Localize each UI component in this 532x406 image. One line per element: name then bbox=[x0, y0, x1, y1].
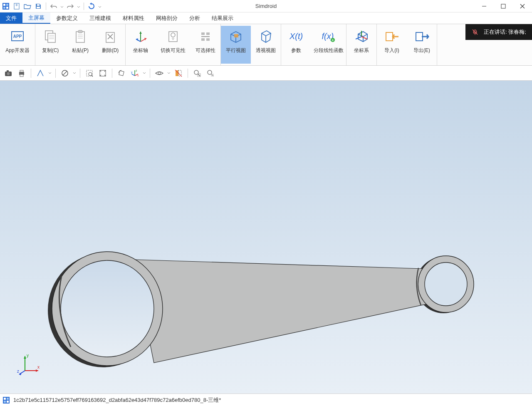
svg-rect-56 bbox=[7, 70, 9, 72]
svg-text:x: x bbox=[137, 74, 139, 77]
section-view-icon[interactable] bbox=[173, 67, 184, 79]
orient-axes-icon[interactable]: zxy bbox=[129, 67, 141, 79]
svg-line-50 bbox=[361, 37, 367, 39]
separator bbox=[80, 69, 80, 78]
piecewise-linear-func-button[interactable]: f(x)+ 分段线性函数 bbox=[311, 26, 346, 64]
camera-icon[interactable] bbox=[2, 67, 14, 79]
function-icon: f(x)+ bbox=[320, 28, 337, 45]
paste-icon bbox=[72, 28, 89, 45]
app-logo-icon[interactable] bbox=[2, 2, 10, 10]
separator bbox=[150, 69, 150, 78]
orientation-axes-widget[interactable]: y x z bbox=[17, 352, 42, 377]
import-button[interactable]: 导入(I) bbox=[377, 26, 407, 64]
separator bbox=[112, 69, 112, 78]
paste-label: 粘贴(P) bbox=[72, 47, 89, 53]
search-region-icon[interactable] bbox=[205, 67, 216, 79]
tab-material[interactable]: 材料属性 bbox=[117, 12, 150, 24]
toggle-visibility-button[interactable]: 切换可见性 bbox=[156, 26, 191, 64]
close-button[interactable] bbox=[513, 0, 532, 12]
axis-z-label: z bbox=[17, 369, 19, 374]
parallel-view-label: 平行视图 bbox=[226, 47, 246, 53]
window-title: Simdroid bbox=[255, 3, 277, 9]
model-viewport[interactable]: y x z bbox=[0, 81, 532, 394]
app-developer-button[interactable]: APP App开发器 bbox=[0, 26, 35, 64]
status-bar: 1c2b71e5c115712e5757eff769163692_d2abfa6… bbox=[0, 394, 532, 406]
svg-rect-2 bbox=[6, 4, 8, 6]
svg-text:APP: APP bbox=[13, 34, 22, 39]
parameters-button[interactable]: X(t) 参数 bbox=[281, 26, 311, 64]
toggle-visibility-label: 切换可见性 bbox=[161, 47, 186, 53]
svg-rect-93 bbox=[4, 398, 6, 400]
minimize-button[interactable] bbox=[475, 0, 494, 12]
window-controls bbox=[475, 0, 532, 12]
refresh-dropdown-icon[interactable] bbox=[98, 2, 101, 10]
paste-button[interactable]: 粘贴(P) bbox=[65, 26, 95, 64]
axis-x-label: x bbox=[37, 365, 40, 369]
edge-mode-dropdown-icon[interactable] bbox=[48, 72, 52, 74]
svg-rect-25 bbox=[78, 30, 82, 33]
svg-rect-52 bbox=[386, 32, 393, 41]
delete-button[interactable]: 删除(D) bbox=[95, 26, 125, 64]
parallel-view-button[interactable]: 平行视图 bbox=[221, 26, 251, 64]
svg-rect-3 bbox=[3, 7, 5, 9]
redo-dropdown-icon[interactable] bbox=[77, 2, 80, 10]
copy-button[interactable]: 复制(C) bbox=[35, 26, 65, 64]
status-app-icon bbox=[2, 396, 10, 404]
tab-main-screen[interactable]: 主屏幕 bbox=[22, 12, 50, 24]
svg-rect-95 bbox=[4, 401, 6, 403]
coord-system-icon bbox=[353, 28, 370, 45]
svg-line-61 bbox=[63, 71, 67, 75]
fit-view-icon[interactable] bbox=[97, 67, 109, 79]
parameters-icon: X(t) bbox=[288, 28, 304, 45]
new-file-icon[interactable] bbox=[12, 2, 21, 10]
undo-dropdown-icon[interactable] bbox=[60, 2, 64, 10]
export-button[interactable]: 导出(E) bbox=[407, 26, 437, 64]
no-filter-icon[interactable] bbox=[59, 67, 71, 79]
svg-rect-53 bbox=[416, 32, 423, 41]
svg-rect-8 bbox=[37, 7, 40, 8]
svg-rect-58 bbox=[20, 70, 23, 72]
search-model-icon[interactable] bbox=[191, 67, 203, 79]
svg-text:z: z bbox=[136, 69, 137, 72]
svg-text:X(t): X(t) bbox=[289, 32, 303, 41]
print-icon[interactable] bbox=[16, 67, 27, 79]
show-hide-dropdown-icon[interactable] bbox=[167, 72, 171, 74]
tab-param-def[interactable]: 参数定义 bbox=[50, 12, 84, 24]
menu-file[interactable]: 文件 bbox=[0, 12, 22, 24]
tab-mesh[interactable]: 网格剖分 bbox=[150, 12, 183, 24]
tab-analysis[interactable]: 分析 bbox=[183, 12, 206, 24]
orient-dropdown-icon[interactable] bbox=[142, 72, 146, 74]
selectable-label: 可选择性 bbox=[195, 47, 215, 53]
maximize-button[interactable] bbox=[494, 0, 513, 12]
svg-point-88 bbox=[425, 262, 467, 306]
open-file-icon[interactable] bbox=[23, 2, 32, 10]
redo-icon[interactable] bbox=[66, 2, 74, 10]
import-icon bbox=[384, 28, 400, 45]
coord-axis-button[interactable]: 坐标轴 bbox=[126, 26, 156, 64]
tab-results[interactable]: 结果展示 bbox=[206, 12, 239, 24]
svg-rect-59 bbox=[20, 74, 23, 77]
show-hide-icon[interactable] bbox=[153, 67, 165, 79]
edge-mode-icon[interactable] bbox=[35, 67, 46, 79]
tab-3d-modeling[interactable]: 三维建模 bbox=[84, 12, 117, 24]
undo-icon[interactable] bbox=[49, 2, 58, 10]
rotate-view-icon[interactable] bbox=[116, 67, 127, 79]
import-label: 导入(I) bbox=[384, 47, 399, 53]
perspective-view-button[interactable]: 透视视图 bbox=[251, 26, 281, 64]
svg-rect-42 bbox=[201, 38, 205, 41]
quick-access-toolbar bbox=[0, 0, 101, 12]
coord-system-button[interactable]: 坐标系 bbox=[346, 26, 376, 64]
refresh-icon[interactable] bbox=[87, 2, 96, 10]
zoom-window-icon[interactable] bbox=[84, 67, 95, 79]
svg-point-86 bbox=[61, 260, 154, 357]
no-filter-dropdown-icon[interactable] bbox=[72, 72, 77, 74]
selectable-button[interactable]: 可选择性 bbox=[191, 26, 220, 64]
svg-rect-40 bbox=[206, 32, 210, 35]
svg-text:+: + bbox=[332, 38, 334, 42]
svg-rect-96 bbox=[7, 401, 9, 403]
save-icon[interactable] bbox=[34, 2, 42, 10]
svg-rect-24 bbox=[76, 32, 84, 42]
menu-bar: 文件 主屏幕 参数定义 三维建模 材料属性 网格剖分 分析 结果展示 bbox=[0, 12, 532, 24]
export-icon bbox=[413, 28, 430, 45]
perspective-view-icon bbox=[257, 28, 274, 45]
